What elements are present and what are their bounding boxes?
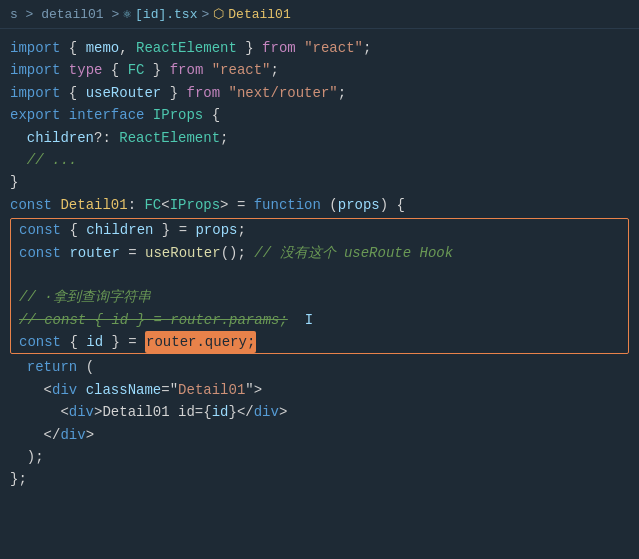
code-line-close-div: </ div > — [0, 424, 639, 446]
code-line-7: } — [0, 171, 639, 193]
block-line-const-id: const { id } = router.query; — [11, 331, 628, 353]
code-line-div-content: < div > Detail01 id= { id } </ div > — [0, 401, 639, 423]
block-line-strikethrough: // const { id } = router.params; I — [11, 309, 628, 331]
breadcrumb-sep: > — [201, 7, 209, 22]
code-line-4: export interface IProps { — [0, 104, 639, 126]
code-line-div-classname: < div className =" Detail01 "> — [0, 379, 639, 401]
breadcrumb-file[interactable]: [id].tsx — [135, 7, 197, 22]
react-file-icon: ⚛ — [123, 6, 131, 22]
code-line-1: import { memo , ReactElement } from "rea… — [0, 37, 639, 59]
code-line-2: import type { FC } from "react" ; — [0, 59, 639, 81]
highlighted-code-block: const { children } = props ; const route… — [10, 218, 629, 354]
code-line-6: // ... — [0, 149, 639, 171]
block-line-comment-zh: // ·拿到查询字符串 — [11, 286, 628, 308]
code-line-8: const Detail01 : FC < IProps > = functio… — [0, 194, 639, 216]
breadcrumb-prefix: s > detail01 > — [10, 7, 119, 22]
code-editor[interactable]: import { memo , ReactElement } from "rea… — [0, 29, 639, 499]
breadcrumb-bar: s > detail01 > ⚛ [id].tsx > ⬡ Detail01 — [0, 0, 639, 29]
block-line-children: const { children } = props ; — [11, 219, 628, 241]
editor-container: s > detail01 > ⚛ [id].tsx > ⬡ Detail01 i… — [0, 0, 639, 499]
code-line-close-paren: ); — [0, 446, 639, 468]
component-icon: ⬡ — [213, 6, 224, 22]
code-line-close-brace: }; — [0, 468, 639, 490]
code-line-return: return ( — [0, 356, 639, 378]
block-line-router: const router = useRouter (); // 没有这个 use… — [11, 242, 628, 264]
code-line-5: children ?: ReactElement ; — [0, 127, 639, 149]
block-line-empty — [11, 264, 628, 286]
router-query-highlight: router.query; — [145, 331, 256, 353]
breadcrumb-component: Detail01 — [228, 7, 290, 22]
code-line-3: import { useRouter } from "next/router" … — [0, 82, 639, 104]
